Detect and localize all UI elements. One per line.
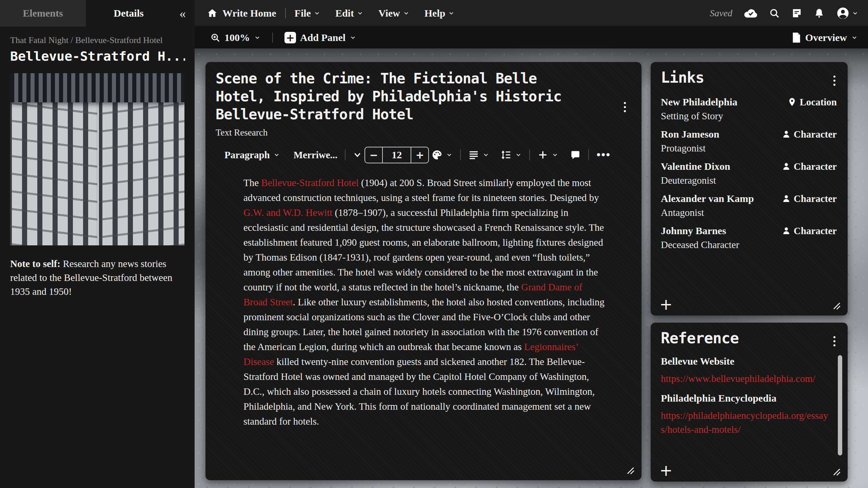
reference-panel: Reference Bellevue Websitehttps://www.be… [651, 323, 848, 482]
zoom-control[interactable]: 100% [210, 32, 261, 43]
reference-list: Bellevue Websitehttps://www.bellevuephil… [661, 355, 832, 436]
add-reference-button[interactable]: + [659, 463, 673, 478]
font-size-increase-button[interactable]: + [411, 147, 428, 163]
link-type-label: Location [800, 97, 837, 108]
formatting-toolbar: Paragraph Merriwe... − 12 + [224, 146, 631, 164]
text-color-dropdown[interactable] [432, 149, 453, 160]
plus-icon [537, 149, 548, 160]
write-home-button[interactable]: Write Home [207, 7, 276, 19]
reference-scrollbar[interactable] [838, 355, 842, 455]
font-size-stepper: − 12 + [364, 147, 429, 163]
link-item[interactable]: Johnny BarnesCharacterDeceased Character [661, 225, 838, 250]
paragraph-style-dropdown[interactable]: Paragraph [224, 149, 280, 161]
document-body[interactable]: The Bellevue-Stratford Hotel (1904) at 2… [243, 175, 607, 429]
links-list: New PhiladelphiaLocationSetting of Story… [661, 96, 838, 250]
write-home-label: Write Home [222, 7, 276, 19]
document-page-icon [792, 32, 801, 43]
menu-edit[interactable]: Edit [335, 7, 363, 19]
save-status: Saved [710, 8, 732, 19]
chevron-down-icon [851, 34, 858, 41]
sidebar: Elements Details « That Fatal Night / Be… [0, 0, 195, 488]
person-icon [782, 194, 791, 203]
align-justify-icon [468, 149, 479, 160]
reference-name[interactable]: Bellevue Website [661, 355, 832, 367]
reference-item: Bellevue Websitehttps://www.bellevuephil… [661, 355, 832, 386]
link-name: New Philadelphia [661, 96, 737, 108]
document-subtitle[interactable]: Text Research [216, 127, 631, 138]
text-link[interactable]: Bellevue-Stratford Hotel [261, 177, 359, 188]
toolbar-divider [460, 149, 461, 160]
menu-file[interactable]: File [295, 7, 320, 19]
link-item[interactable]: Ron JamesonCharacterProtagonist [661, 128, 838, 154]
element-title: Bellevue-Stratford H... [10, 49, 185, 64]
tab-details[interactable]: Details [86, 0, 172, 26]
link-name: Ron Jameson [661, 128, 719, 140]
link-item[interactable]: Valentine DixonCharacterDeuteragonist [661, 161, 838, 186]
link-role: Deuteragonist [661, 175, 838, 186]
add-panel-button[interactable]: + Add Panel [284, 32, 356, 43]
link-type-label: Character [794, 225, 837, 237]
tab-elements[interactable]: Elements [0, 0, 86, 26]
font-dropdown-chevron-icon[interactable] [353, 150, 362, 159]
app-window: Elements Details « That Fatal Night / Be… [0, 0, 868, 488]
link-role: Setting of Story [661, 110, 838, 122]
panel-resize-handle-icon[interactable] [832, 301, 841, 310]
more-options-ellipsis-icon[interactable]: ••• [596, 151, 611, 158]
menu-view[interactable]: View [378, 7, 410, 19]
search-icon[interactable] [769, 8, 780, 19]
photo-cornice [10, 73, 184, 102]
link-name: Johnny Barnes [661, 225, 726, 237]
account-menu[interactable] [836, 6, 859, 20]
insert-dropdown[interactable] [537, 149, 558, 160]
add-link-button[interactable]: + [659, 297, 673, 312]
menu-help-label: Help [425, 7, 446, 19]
reference-url-link[interactable]: https://www.bellevuephiladelphia.com/ [661, 372, 832, 386]
overview-label: Overview [805, 32, 847, 43]
chevron-down-icon [273, 151, 280, 158]
reference-name[interactable]: Philadelphia Encyclopedia [661, 392, 832, 404]
text-run: (1878–1907), a successful Philadelphia f… [243, 207, 604, 292]
reference-options-kebab-icon[interactable] [831, 334, 837, 348]
reference-item: Philadelphia Encyclopediahttps://philade… [661, 392, 832, 436]
menu-file-label: File [295, 7, 311, 19]
notes-icon[interactable] [791, 8, 802, 19]
comment-icon[interactable] [570, 149, 581, 160]
link-item[interactable]: New PhiladelphiaLocationSetting of Story [661, 96, 838, 122]
document-title[interactable]: Scene of the Crime: The Fictional Belle … [216, 69, 589, 123]
plus-square-icon: + [284, 32, 296, 43]
overview-selector[interactable]: Overview [792, 32, 858, 43]
font-size-decrease-button[interactable]: − [365, 147, 382, 163]
collapse-sidebar-icon[interactable]: « [179, 0, 186, 26]
breadcrumb[interactable]: That Fatal Night / Bellevue-Stratford Ho… [10, 35, 195, 45]
chevron-down-icon [314, 10, 320, 17]
text-link[interactable]: G.W. and W.D. Hewitt [243, 207, 332, 218]
person-icon [782, 162, 791, 171]
panel-resize-handle-icon[interactable] [832, 467, 841, 476]
document-options-kebab-icon[interactable] [622, 100, 628, 114]
note-label: Note to self: [10, 258, 60, 269]
font-family-dropdown[interactable]: Merriwe... [294, 149, 338, 161]
menu-edit-label: Edit [335, 7, 354, 19]
link-type: Character [782, 225, 837, 237]
chevron-down-icon [552, 151, 558, 158]
reference-url-link[interactable]: https://philadelphiaencyclopedia.org/ess… [661, 409, 832, 436]
link-type-label: Character [794, 193, 837, 204]
link-role: Deceased Character [661, 239, 838, 250]
line-spacing-dropdown[interactable] [501, 149, 522, 160]
alignment-dropdown[interactable] [468, 149, 489, 160]
home-icon [207, 8, 218, 19]
toolbar-divider [529, 149, 530, 160]
notifications-bell-icon[interactable] [814, 8, 825, 19]
panel-resize-handle-icon[interactable] [626, 466, 635, 475]
menubar-divider [285, 8, 286, 18]
menu-help[interactable]: Help [425, 7, 455, 19]
font-size-value[interactable]: 12 [382, 147, 411, 163]
zoom-magnifier-icon [210, 33, 220, 43]
add-panel-label: Add Panel [300, 32, 346, 43]
chevron-down-icon [446, 151, 453, 158]
link-type: Location [787, 97, 837, 108]
link-item[interactable]: Alexander van KampCharacterAntagonist [661, 193, 838, 218]
links-options-kebab-icon[interactable] [831, 74, 837, 88]
chevron-down-icon [403, 10, 410, 17]
building-photo [10, 73, 184, 245]
